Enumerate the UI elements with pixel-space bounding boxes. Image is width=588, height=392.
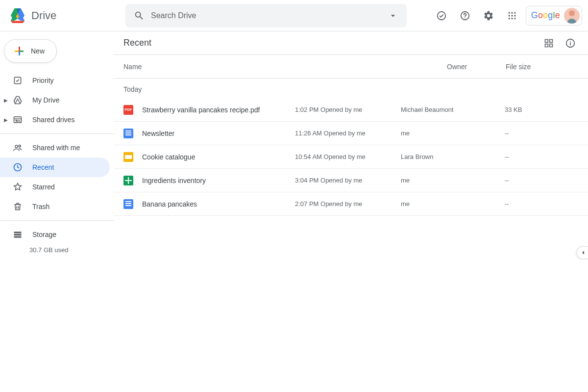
priority-icon bbox=[12, 75, 24, 86]
svg-point-19 bbox=[514, 18, 515, 19]
header: Drive Google bbox=[0, 0, 588, 31]
sidebar-item-label: My Drive bbox=[32, 96, 59, 104]
search-options-icon[interactable] bbox=[383, 6, 403, 26]
header-actions: Google bbox=[432, 6, 584, 26]
search-input[interactable] bbox=[149, 11, 383, 20]
column-headers: Name Owner File size bbox=[114, 55, 588, 78]
main-header: Recent bbox=[114, 31, 588, 55]
sheets-file-icon bbox=[123, 176, 133, 185]
google-logo-text: Google bbox=[531, 10, 560, 21]
help-icon[interactable] bbox=[455, 6, 475, 26]
search-bar[interactable] bbox=[125, 4, 407, 27]
file-owner: Lara Brown bbox=[401, 153, 505, 160]
slides-file-icon bbox=[123, 152, 133, 162]
expand-icon[interactable]: ▶ bbox=[2, 98, 10, 103]
new-button[interactable]: New bbox=[4, 39, 57, 63]
avatar-icon bbox=[564, 8, 580, 24]
sidebar-item-label: Priority bbox=[32, 77, 54, 84]
logo-block[interactable]: Drive bbox=[8, 6, 122, 26]
svg-rect-26 bbox=[14, 232, 22, 233]
new-button-label: New bbox=[31, 47, 45, 55]
col-owner[interactable]: Owner bbox=[447, 63, 506, 71]
file-row[interactable]: PDFStrawberry vanilla pancakes recipe.pd… bbox=[114, 98, 588, 122]
side-panel-toggle[interactable] bbox=[576, 246, 588, 259]
svg-point-15 bbox=[511, 15, 513, 16]
file-owner: me bbox=[401, 177, 505, 184]
svg-point-10 bbox=[465, 17, 466, 18]
sidebar-item-shared-with-me[interactable]: Shared with me bbox=[0, 138, 110, 157]
sidebar-item-starred[interactable]: Starred bbox=[0, 177, 110, 197]
svg-point-13 bbox=[514, 12, 515, 13]
col-name[interactable]: Name bbox=[123, 63, 447, 71]
file-size: -- bbox=[505, 177, 588, 184]
view-title: Recent bbox=[123, 38, 151, 48]
account-chip[interactable]: Google bbox=[526, 6, 582, 26]
my-drive-icon bbox=[12, 94, 24, 106]
sidebar-item-label: Shared drives bbox=[32, 116, 74, 124]
storage-used-text: 30.7 GB used bbox=[0, 244, 110, 254]
storage-icon bbox=[12, 229, 24, 240]
sidebar-item-my-drive[interactable]: ▶ My Drive bbox=[0, 90, 110, 110]
settings-icon[interactable] bbox=[479, 6, 498, 26]
expand-icon[interactable]: ▶ bbox=[2, 117, 10, 123]
file-list: PDFStrawberry vanilla pancakes recipe.pd… bbox=[114, 98, 588, 216]
offline-ready-icon[interactable] bbox=[432, 6, 451, 26]
svg-marker-2 bbox=[11, 21, 25, 23]
svg-point-34 bbox=[570, 41, 571, 42]
svg-point-17 bbox=[508, 18, 510, 19]
nav-list-3: Storage 30.7 GB used bbox=[0, 225, 114, 254]
pdf-file-icon: PDF bbox=[123, 105, 133, 115]
sidebar: New Priority ▶ My Drive ▶ Shared drives … bbox=[0, 31, 114, 392]
file-owner: Michael Beaumont bbox=[401, 106, 505, 113]
svg-rect-28 bbox=[14, 236, 22, 237]
svg-rect-27 bbox=[14, 234, 22, 235]
nav-list: Priority ▶ My Drive ▶ Shared drives bbox=[0, 71, 114, 130]
doc-file-icon bbox=[123, 129, 133, 138]
svg-point-8 bbox=[437, 11, 445, 20]
file-owner: me bbox=[401, 200, 505, 208]
file-name: Ingredients inventory bbox=[142, 177, 295, 184]
search-icon[interactable] bbox=[129, 6, 149, 26]
file-name: Newsletter bbox=[142, 130, 295, 137]
trash-icon bbox=[12, 201, 24, 212]
svg-point-24 bbox=[19, 145, 21, 147]
shared-with-me-icon bbox=[12, 142, 24, 154]
section-label: Today bbox=[114, 78, 588, 98]
file-name: Cookie catalogue bbox=[142, 153, 295, 161]
file-row[interactable]: Cookie catalogue10:54 AM Opened by meLar… bbox=[114, 145, 588, 169]
svg-point-12 bbox=[511, 12, 513, 13]
svg-point-23 bbox=[15, 145, 18, 148]
sidebar-item-label: Shared with me bbox=[32, 144, 80, 152]
svg-rect-31 bbox=[545, 44, 548, 47]
nav-list-2: Shared with me Recent Starred Trash bbox=[0, 138, 114, 216]
file-time: 1:02 PM Opened by me bbox=[295, 106, 401, 113]
main: Recent Name Owner File size Today PDFStr… bbox=[114, 31, 588, 392]
shared-drives-icon bbox=[12, 114, 24, 126]
grid-view-icon[interactable] bbox=[539, 33, 559, 53]
sidebar-item-label: Starred bbox=[32, 183, 55, 191]
svg-rect-29 bbox=[545, 39, 548, 42]
app-name: Drive bbox=[31, 9, 56, 22]
sidebar-item-recent[interactable]: Recent bbox=[0, 157, 110, 177]
file-name: Strawberry vanilla pancakes recipe.pdf bbox=[142, 106, 295, 114]
file-row[interactable]: Newsletter11:26 AM Opened by meme-- bbox=[114, 122, 588, 145]
svg-point-14 bbox=[508, 15, 510, 16]
sidebar-item-trash[interactable]: Trash bbox=[0, 197, 110, 216]
file-time: 11:26 AM Opened by me bbox=[295, 130, 401, 137]
search-wrap bbox=[125, 4, 407, 27]
sidebar-item-storage[interactable]: Storage bbox=[0, 225, 110, 244]
col-size[interactable]: File size bbox=[506, 63, 588, 71]
file-row[interactable]: Ingredients inventory3:04 PM Opened by m… bbox=[114, 169, 588, 192]
sidebar-item-label: Storage bbox=[32, 231, 56, 238]
svg-point-16 bbox=[514, 15, 515, 16]
file-row[interactable]: Banana pancakes2:07 PM Opened by meme-- bbox=[114, 192, 588, 216]
sidebar-item-label: Trash bbox=[32, 203, 49, 210]
file-time: 3:04 PM Opened by me bbox=[295, 177, 401, 184]
drive-logo-icon bbox=[8, 6, 27, 26]
sidebar-item-priority[interactable]: Priority bbox=[0, 71, 110, 90]
sidebar-item-shared-drives[interactable]: ▶ Shared drives bbox=[0, 110, 110, 130]
details-icon[interactable] bbox=[561, 33, 580, 53]
svg-point-18 bbox=[511, 18, 513, 19]
svg-rect-30 bbox=[550, 39, 553, 42]
apps-grid-icon[interactable] bbox=[502, 6, 522, 26]
